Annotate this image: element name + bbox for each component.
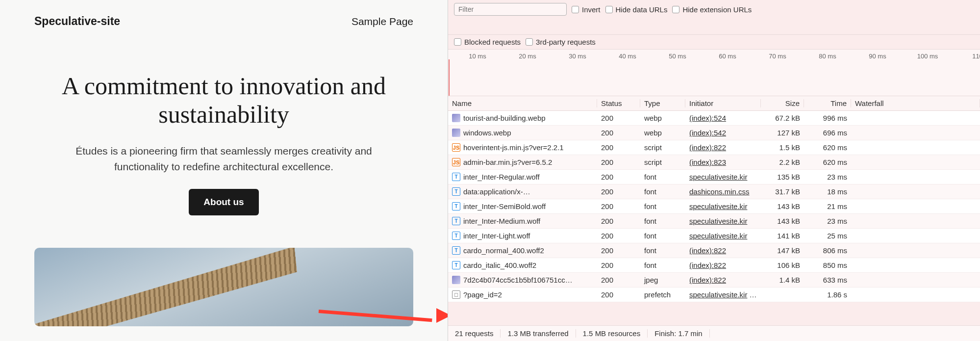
request-type: script: [640, 143, 685, 152]
request-initiator[interactable]: (index):822: [685, 261, 761, 269]
col-time[interactable]: Time: [804, 99, 851, 107]
col-initiator[interactable]: Initiator: [685, 99, 761, 107]
request-time: 620 ms: [804, 143, 851, 152]
file-type-icon: T: [452, 187, 460, 196]
hide-extension-urls-checkbox[interactable]: Hide extension URLs: [672, 5, 752, 14]
file-type-icon: T: [452, 232, 460, 240]
request-size: 135 kB: [761, 173, 804, 181]
network-summary: 21 requests 1.3 MB transferred 1.5 MB re…: [448, 325, 980, 341]
nav-link-sample-page[interactable]: Sample Page: [352, 16, 413, 27]
about-us-button[interactable]: About us: [189, 189, 258, 215]
request-initiator[interactable]: speculativesite.kir: [685, 217, 761, 225]
col-waterfall[interactable]: Waterfall: [851, 99, 980, 107]
hero-image: [34, 248, 413, 326]
request-type: webp: [640, 114, 685, 122]
request-row[interactable]: JShoverintent-js.min.js?ver=2.2.1200scri…: [448, 140, 980, 155]
request-row[interactable]: Tcardo_normal_400.woff2200font(index):82…: [448, 243, 980, 258]
file-type-icon: JS: [452, 158, 460, 166]
request-time: 23 ms: [804, 173, 851, 181]
request-initiator[interactable]: (index):542: [685, 129, 761, 137]
file-type-icon: [452, 276, 460, 284]
request-status: 200: [597, 143, 640, 152]
request-initiator[interactable]: (index):524: [685, 114, 761, 122]
timeline-overview[interactable]: 10 ms20 ms30 ms40 ms50 ms60 ms70 ms80 ms…: [448, 49, 980, 96]
request-type: font: [640, 261, 685, 269]
timeline-tick: 110: [972, 52, 980, 60]
request-initiator[interactable]: (index):822: [685, 276, 761, 284]
request-time: 18 ms: [804, 187, 851, 196]
request-table: Name Status Type Initiator Size Time Wat…: [448, 96, 980, 325]
request-row[interactable]: ◻?page_id=2200prefetchspeculativesite.ki…: [448, 288, 980, 302]
request-type: font: [640, 217, 685, 225]
file-type-icon: [452, 129, 460, 137]
request-name: tourist-and-building.webp: [463, 114, 546, 122]
summary-transferred: 1.3 MB transferred: [501, 329, 576, 338]
request-row[interactable]: JSadmin-bar.min.js?ver=6.5.2200script(in…: [448, 155, 980, 170]
request-status: 200: [597, 232, 640, 240]
request-initiator[interactable]: speculativesite.kir: [685, 173, 761, 181]
website-preview: Speculative-site Sample Page A commitmen…: [0, 0, 448, 341]
table-header-row: Name Status Type Initiator Size Time Wat…: [448, 96, 980, 111]
invert-checkbox[interactable]: Invert: [572, 5, 601, 14]
request-initiator[interactable]: (index):822: [685, 246, 761, 255]
request-status: 200: [597, 187, 640, 196]
blocked-requests-checkbox[interactable]: Blocked requests: [454, 38, 521, 46]
col-name[interactable]: Name: [448, 99, 597, 107]
request-status: 200: [597, 129, 640, 137]
request-type: font: [640, 246, 685, 255]
request-row[interactable]: Tinter_Inter-Light.woff200fontspeculativ…: [448, 229, 980, 243]
site-header: Speculative-site Sample Page: [34, 15, 413, 28]
timeline-tick: 10 ms: [469, 52, 486, 60]
filter-input[interactable]: [454, 3, 567, 16]
request-row[interactable]: windows.webp200webp(index):542127 kB696 …: [448, 126, 980, 140]
file-type-icon: T: [452, 217, 460, 225]
request-name: cardo_normal_400.woff2: [463, 246, 544, 255]
request-row[interactable]: Tinter_Inter-SemiBold.woff200fontspecula…: [448, 199, 980, 214]
col-size[interactable]: Size: [761, 99, 804, 107]
request-initiator[interactable]: speculativesite.kir: [685, 202, 761, 210]
timeline-tick: 30 ms: [569, 52, 586, 60]
file-type-icon: T: [452, 261, 460, 269]
request-type: font: [640, 232, 685, 240]
file-type-icon: T: [452, 246, 460, 255]
request-size: 2.2 kB: [761, 158, 804, 166]
file-type-icon: ◻: [452, 290, 460, 299]
request-row[interactable]: 7d2c4b074cc5c1b5bf106751cc…200jpeg(index…: [448, 273, 980, 288]
hide-data-urls-checkbox[interactable]: Hide data URLs: [605, 5, 668, 14]
timeline-tick: 70 ms: [769, 52, 786, 60]
request-name: 7d2c4b074cc5c1b5bf106751cc…: [463, 276, 573, 284]
third-party-checkbox[interactable]: 3rd-party requests: [526, 38, 596, 46]
request-row[interactable]: Tinter_Inter-Medium.woff200fontspeculati…: [448, 214, 980, 229]
col-status[interactable]: Status: [597, 99, 640, 107]
col-type[interactable]: Type: [640, 99, 685, 107]
request-row[interactable]: tourist-and-building.webp200webp(index):…: [448, 111, 980, 126]
hero-heading: A commitment to innovation and sustainab…: [34, 72, 413, 129]
request-initiator[interactable]: dashicons.min.css: [685, 187, 761, 196]
request-time: 850 ms: [804, 261, 851, 269]
request-row[interactable]: Tinter_Inter-Regular.woff200fontspeculat…: [448, 170, 980, 184]
request-status: 200: [597, 261, 640, 269]
request-type: jpeg: [640, 276, 685, 284]
request-status: 200: [597, 173, 640, 181]
request-row[interactable]: Tcardo_italic_400.woff2200font(index):82…: [448, 258, 980, 273]
request-initiator[interactable]: (index):822: [685, 143, 761, 152]
request-size: 147 kB: [761, 246, 804, 255]
file-type-icon: [452, 114, 460, 122]
summary-resources: 1.5 MB resources: [576, 329, 648, 338]
request-size: 31.7 kB: [761, 187, 804, 196]
request-initiator[interactable]: speculativesite.kir (prefetc…: [685, 290, 761, 299]
request-time: 25 ms: [804, 232, 851, 240]
request-type: font: [640, 202, 685, 210]
request-size: 67.2 kB: [761, 114, 804, 122]
request-row[interactable]: Tdata:application/x-…200fontdashicons.mi…: [448, 184, 980, 199]
site-title: Speculative-site: [34, 15, 120, 28]
request-initiator[interactable]: (index):823: [685, 158, 761, 166]
file-type-icon: T: [452, 202, 460, 210]
request-time: 21 ms: [804, 202, 851, 210]
request-name: inter_Inter-Light.woff: [463, 232, 530, 240]
request-name: inter_Inter-Regular.woff: [463, 173, 540, 181]
request-time: 620 ms: [804, 158, 851, 166]
request-initiator[interactable]: speculativesite.kir: [685, 232, 761, 240]
hero-subtitle: Études is a pioneering firm that seamles…: [48, 143, 401, 174]
request-status: 200: [597, 202, 640, 210]
